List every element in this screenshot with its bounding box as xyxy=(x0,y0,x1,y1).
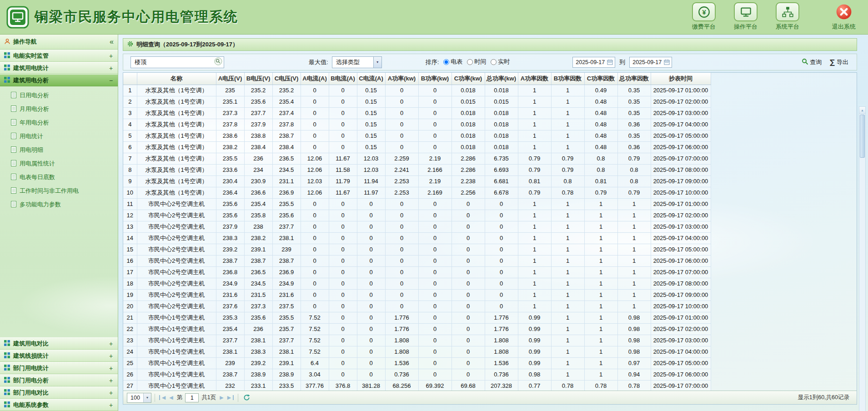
column-header[interactable]: C电流(A) xyxy=(357,73,385,85)
table-row[interactable]: 9水泵及其他（1号空调）230.4230.9231.112.0311.7911.… xyxy=(123,175,711,187)
operate-platform-button[interactable]: 操作平台 xyxy=(729,2,763,31)
sidebar-group[interactable]: 建筑线损统计+ xyxy=(0,350,118,362)
scrollbar-thumb[interactable] xyxy=(860,115,865,158)
table-row[interactable]: 25市民中心1号空调主机239239.2239.16.4001.536001.5… xyxy=(123,357,711,369)
exit-system-button[interactable]: 退出系统 xyxy=(827,2,861,31)
column-header[interactable]: C电压(V) xyxy=(272,73,301,85)
column-header[interactable]: A功率因数 xyxy=(518,73,551,85)
sidebar-item[interactable]: 工作时间与非工作用电 xyxy=(0,184,118,198)
column-header[interactable]: B功率(kw) xyxy=(418,73,452,85)
table-row[interactable]: 5水泵及其他（1号空调）238.6238.8238.7000.15000.018… xyxy=(123,130,711,141)
table-row[interactable]: 15市民中心2号空调主机239.2239.1239000000011112025… xyxy=(123,244,711,255)
table-row[interactable]: 27市民中心1号空调主机232233.1233.5377.76376.8381.… xyxy=(123,380,711,391)
scrollbar-track[interactable] xyxy=(859,114,865,411)
first-page-button[interactable] xyxy=(159,395,167,400)
sort-radio-input[interactable] xyxy=(443,59,449,65)
table-row[interactable]: 23市民中心1号空调主机237.7238.1237.77.52001.80800… xyxy=(123,335,711,346)
expand-toggle-icon[interactable]: + xyxy=(108,352,114,360)
column-header[interactable]: 抄表时间 xyxy=(651,73,711,85)
expand-toggle-icon[interactable]: + xyxy=(108,377,114,384)
table-row[interactable]: 1水泵及其他（1号空调）235235.2235.2000.15000.0180.… xyxy=(123,85,711,96)
sidebar-item[interactable]: 用电明细 xyxy=(0,143,118,157)
sidebar-group[interactable]: 部门用电统计+ xyxy=(0,362,118,374)
export-button[interactable]: ∑ 导出 xyxy=(830,58,848,66)
type-select[interactable]: 选择类型 ▼ xyxy=(332,56,382,68)
table-row[interactable]: 2水泵及其他（1号空调）235.1235.6235.4000.15000.015… xyxy=(123,96,711,107)
table-row[interactable]: 20市民中心2号空调主机237.6237.3237.50000000111120… xyxy=(123,301,711,312)
table-row[interactable]: 19市民中心2号空调主机231.6231.5231.60000000111120… xyxy=(123,289,711,301)
column-header[interactable]: 名称 xyxy=(137,73,216,85)
sidebar-group[interactable]: 建筑用电分析− xyxy=(0,74,118,86)
pay-platform-button[interactable]: ¥缴费平台 xyxy=(687,2,721,31)
expand-toggle-icon[interactable]: + xyxy=(108,401,114,409)
table-row[interactable]: 8水泵及其他（1号空调）233.6234234.512.0611.5812.03… xyxy=(123,164,711,175)
last-page-button[interactable] xyxy=(226,395,234,400)
building-select[interactable]: 楼顶 xyxy=(130,56,224,68)
calendar-icon[interactable] xyxy=(607,59,613,65)
table-row[interactable]: 4水泵及其他（1号空调）237.8237.9237.8000.15000.018… xyxy=(123,119,711,130)
table-row[interactable]: 3水泵及其他（1号空调）237.3237.7237.4000.15000.018… xyxy=(123,107,711,119)
column-header[interactable]: 总功率(kw) xyxy=(485,73,518,85)
expand-toggle-icon[interactable]: + xyxy=(108,65,114,72)
column-header[interactable]: B电压(V) xyxy=(244,73,272,85)
table-row[interactable]: 18市民中心2号空调主机234.9234.5234.90000000111120… xyxy=(123,278,711,289)
sort-radio-input[interactable] xyxy=(467,59,473,65)
sidebar-group[interactable]: 部门用电对比+ xyxy=(0,386,118,399)
table-row[interactable]: 10水泵及其他（1号空调）236.4236.6236.912.0611.6711… xyxy=(123,187,711,198)
expand-toggle-icon[interactable]: + xyxy=(108,52,114,60)
table-row[interactable]: 21市民中心1号空调主机235.3235.6235.57.52001.77600… xyxy=(123,312,711,323)
query-button[interactable]: 查询 xyxy=(802,58,822,66)
column-header[interactable]: A电压(V) xyxy=(216,73,244,85)
sidebar-group[interactable]: 电能实时监管+ xyxy=(0,50,118,62)
column-header[interactable]: A功率(kw) xyxy=(385,73,418,85)
refresh-button[interactable] xyxy=(243,394,250,401)
sidebar-group[interactable]: 建筑用电统计+ xyxy=(0,62,118,74)
sidebar-item[interactable]: 用电统计 xyxy=(0,130,118,143)
collapse-sidebar-button[interactable]: « xyxy=(110,38,114,46)
sidebar-item[interactable]: 用电属性统计 xyxy=(0,157,118,170)
table-row[interactable]: 11市民中心2号空调主机235.6235.4235.50000000111120… xyxy=(123,198,711,210)
expand-toggle-icon[interactable]: + xyxy=(108,340,114,347)
table-row[interactable]: 17市民中心2号空调主机236.8236.5236.90000000111120… xyxy=(123,266,711,278)
expand-toggle-icon[interactable]: + xyxy=(108,389,114,396)
prev-page-button[interactable] xyxy=(167,395,175,400)
page-number-input[interactable] xyxy=(185,393,199,402)
table-row[interactable]: 24市民中心1号空调主机238.1238.3238.17.52001.80800… xyxy=(123,346,711,357)
table-row[interactable]: 12市民中心2号空调主机235.6235.8235.60000000111120… xyxy=(123,210,711,221)
column-header[interactable]: B功率因数 xyxy=(551,73,584,85)
table-row[interactable]: 7水泵及其他（1号空调）235.5236236.512.0611.6712.03… xyxy=(123,153,711,164)
sidebar-group[interactable]: 建筑用电对比+ xyxy=(0,337,118,350)
date-to-input[interactable]: 2025-09-17 xyxy=(629,57,672,68)
sidebar-group[interactable]: 部门用电分析+ xyxy=(0,374,118,386)
column-header[interactable]: 总功率因数 xyxy=(617,73,651,85)
column-header[interactable]: C功率(kw) xyxy=(452,73,485,85)
sidebar-item[interactable]: 电表每日底数 xyxy=(0,170,118,184)
expand-toggle-icon[interactable]: + xyxy=(108,365,114,372)
column-header[interactable]: A电流(A) xyxy=(301,73,329,85)
table-row[interactable]: 13市民中心2号空调主机237.9238237.7000000011112025… xyxy=(123,221,711,232)
sort-radio[interactable]: 电表 xyxy=(443,58,462,66)
sidebar-group[interactable]: 电能系统参数+ xyxy=(0,399,118,411)
table-row[interactable]: 14市民中心2号空调主机238.3238.2238.10000000111120… xyxy=(123,232,711,244)
system-platform-button[interactable]: 系统平台 xyxy=(771,2,804,31)
expand-toggle-icon[interactable]: − xyxy=(108,77,114,84)
sort-radio-input[interactable] xyxy=(491,59,497,65)
column-header[interactable]: B电流(A) xyxy=(329,73,357,85)
sort-radio[interactable]: 时间 xyxy=(467,58,486,66)
column-header[interactable]: C功率因数 xyxy=(584,73,617,85)
sidebar-item[interactable]: 日用电分析 xyxy=(0,89,118,102)
sidebar-item[interactable]: 年用电分析 xyxy=(0,116,118,130)
table-row[interactable]: 6水泵及其他（1号空调）238.2238.4238.4000.15000.018… xyxy=(123,141,711,153)
date-from-input[interactable]: 2025-09-17 xyxy=(572,57,615,68)
sort-radio[interactable]: 实时 xyxy=(491,58,510,66)
scroll-up-button[interactable]: ▲ xyxy=(859,107,865,114)
calendar-icon[interactable] xyxy=(664,59,670,65)
next-page-button[interactable] xyxy=(218,395,225,400)
table-row[interactable]: 22市民中心1号空调主机235.4236235.77.52001.776001.… xyxy=(123,323,711,335)
table-row[interactable]: 26市民中心1号空调主机238.7238.9238.93.04000.73600… xyxy=(123,369,711,380)
sidebar-item[interactable]: 多功能电力参数 xyxy=(0,198,118,211)
sidebar-item[interactable]: 月用电分析 xyxy=(0,102,118,116)
table-row[interactable]: 16市民中心2号空调主机238.7238.7238.70000000111120… xyxy=(123,255,711,266)
vertical-scrollbar[interactable]: ▲ ▼ xyxy=(859,106,866,411)
building-search-icon[interactable] xyxy=(214,57,222,67)
